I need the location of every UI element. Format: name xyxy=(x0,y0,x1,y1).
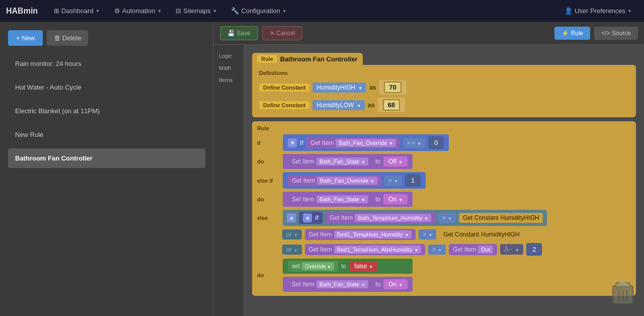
operator-eq-1[interactable]: == xyxy=(403,138,425,148)
editor-toolbar: 💾 Save ✕ Cancel ⚡ Rule </> Source xyxy=(214,22,644,45)
delete-button[interactable]: 🗑 Delete xyxy=(47,30,88,46)
state-off-arrow[interactable] xyxy=(397,158,403,165)
get-item-out[interactable]: Get Item Out xyxy=(449,244,497,255)
do-label-2: do xyxy=(257,196,280,202)
palette-items[interactable]: Items xyxy=(218,75,239,85)
source-button[interactable]: </> Source xyxy=(594,27,638,40)
state-on-1[interactable]: On xyxy=(383,194,408,204)
definitions-block: Definitions Define Constant HumidityHIGH… xyxy=(252,65,636,117)
state-on-else[interactable]: On xyxy=(383,279,408,289)
star-icon-2: ★ xyxy=(287,213,296,222)
or-operator-1[interactable]: or xyxy=(282,229,302,240)
bed1-abs-hum-select[interactable]: Bed1_TempHum_AbsHumidity xyxy=(334,246,422,254)
brand-logo: HABmin xyxy=(6,7,38,16)
sidebar-item-rain-monitor[interactable]: Rain monitor: 24 hours xyxy=(8,54,205,73)
definitions-label: Definitions xyxy=(259,70,629,76)
humidity-high-block[interactable]: HumidityHIGH xyxy=(312,83,366,93)
bath-fan-override-select-1[interactable]: Bath_Fan_Override xyxy=(336,139,396,147)
bed1-temp-hum-select[interactable]: Bed1_TempHum_Humidity xyxy=(334,230,412,239)
top-navigation: HABmin ⊞ Dashboard ▼ ⚙ Automation ▼ ⊟ Si… xyxy=(0,0,644,22)
rule-button[interactable]: ⚡ Rule xyxy=(554,27,590,40)
operator-eq-2[interactable]: = xyxy=(384,176,402,186)
override-var-arrow[interactable] xyxy=(326,263,331,269)
bath-fan-state-select-else[interactable]: Bath_Fan_State xyxy=(316,280,368,288)
bath-fan-state-select-1[interactable]: Bath_Fan_State xyxy=(316,157,368,166)
operator-gt-3[interactable]: > xyxy=(428,245,446,255)
override-var-select[interactable]: Override xyxy=(302,262,334,270)
sidebar-item-new-rule[interactable]: New Rule xyxy=(8,125,205,144)
else-if-condition-block: Get Item Bath_Fan_Override = xyxy=(283,172,426,189)
or-row-2: or Get Item Bed1_TempHum_AbsHumidity xyxy=(257,243,542,256)
get-const-high-2[interactable]: Get Constant HumidityHIGH xyxy=(439,229,523,240)
rule-editor-canvas[interactable]: Rule Bathroom Fan Controller Definitions… xyxy=(244,45,644,316)
nav-configuration[interactable]: 🔧 Configuration ▼ xyxy=(225,4,292,18)
bed1-abs-hum-arrow[interactable] xyxy=(413,247,418,253)
suffix-arrow[interactable] xyxy=(514,246,519,253)
set-item-off[interactable]: Set Item Bath_Fan_State xyxy=(288,156,372,167)
get-item-bath-temp-hum[interactable]: Get Item Bath_TempHum_Humidity xyxy=(326,212,435,223)
humidity-low-dropdown[interactable] xyxy=(356,102,361,109)
trash-drop-zone[interactable] xyxy=(612,280,634,306)
do-label-1: do xyxy=(257,159,280,165)
cancel-button[interactable]: ✕ Cancel xyxy=(262,26,303,40)
dashboard-icon: ⊞ xyxy=(54,7,59,15)
or-1-arrow[interactable] xyxy=(293,231,298,238)
humidity-low-block[interactable]: HumidityLOW xyxy=(312,100,365,110)
bath-fan-state-else-arrow[interactable] xyxy=(360,281,365,287)
bath-fan-state-1-arrow[interactable] xyxy=(360,159,365,165)
bath-fan-state-select-2[interactable]: Bath_Fan_State xyxy=(316,195,368,203)
op-gt-3-arrow[interactable] xyxy=(437,246,442,253)
bed1-temp-hum-arrow[interactable] xyxy=(404,231,409,238)
humidity-high-dropdown[interactable] xyxy=(357,84,362,91)
get-item-bed1-abs-hum[interactable]: Get Item Bed1_TempHum_AbsHumidity xyxy=(305,244,426,255)
nav-dashboard[interactable]: ⊞ Dashboard ▼ xyxy=(48,4,106,18)
compare-val-1[interactable]: 1 xyxy=(405,174,421,187)
define-row-1: Define Constant HumidityHIGH as 70 xyxy=(259,80,629,95)
operator-gt-1[interactable]: > xyxy=(438,213,456,223)
false-value[interactable]: false xyxy=(349,261,378,271)
new-button[interactable]: + New xyxy=(8,30,43,46)
user-preferences[interactable]: 👤 User Preferences ▼ xyxy=(558,4,638,18)
or-2-arrow[interactable] xyxy=(293,246,298,253)
if-row: if ★ if Get Item Bath_Fan_Override xyxy=(257,134,631,151)
value-68[interactable]: 68 xyxy=(383,99,400,111)
set-item-on-else[interactable]: Set Item Bath_Fan_State xyxy=(288,279,372,290)
bath-temp-hum-select[interactable]: Bath_TempHum_Humidity xyxy=(355,214,431,222)
get-item-override-0[interactable]: Get Item Bath_Fan_Override xyxy=(306,137,400,148)
state-on-1-arrow[interactable] xyxy=(397,196,403,203)
compare-val-0[interactable]: 0 xyxy=(428,136,444,149)
out-select[interactable]: Out xyxy=(478,246,493,254)
set-var[interactable]: set Override xyxy=(288,261,338,272)
value-70[interactable]: 70 xyxy=(384,82,401,93)
dashboard-chevron: ▼ xyxy=(96,9,100,14)
op-1-arrow[interactable] xyxy=(416,139,421,146)
bath-temp-hum-arrow[interactable] xyxy=(423,215,428,221)
config-chevron: ▼ xyxy=(282,9,287,14)
get-item-bed1-temp-hum[interactable]: Get Item Bed1_TempHum_Humidity xyxy=(305,229,416,240)
sidebar-item-electric-blanket[interactable]: Electric Blanket (on at 11PM) xyxy=(8,101,205,121)
false-arrow[interactable] xyxy=(368,263,373,270)
suffix-value[interactable]: 2 xyxy=(526,243,542,256)
sidebar-item-hot-water[interactable]: Hot Water - Auto Cycle xyxy=(8,77,205,97)
get-const-high-1[interactable]: Get Constant HumidityHIGH xyxy=(459,213,543,223)
bath-fan-override-1-arrow[interactable] xyxy=(388,140,393,146)
get-item-override-1[interactable]: Get Item Bath_Fan_Override xyxy=(288,175,381,186)
op-gt-2-arrow[interactable] xyxy=(427,231,432,238)
bath-fan-state-2-arrow[interactable] xyxy=(360,196,365,202)
nav-automation[interactable]: ⚙ Automation ▼ xyxy=(108,4,168,18)
op-2-arrow[interactable] xyxy=(393,177,398,184)
define-row-2: Define Constant HumidityLOW as 68 xyxy=(259,98,629,112)
state-on-else-arrow[interactable] xyxy=(397,281,403,288)
palette-math[interactable]: Math xyxy=(218,63,239,73)
op-gt-1-arrow[interactable] xyxy=(447,214,452,221)
state-off[interactable]: Off xyxy=(383,156,408,167)
bath-fan-override-2-arrow[interactable] xyxy=(369,178,374,184)
nav-sitemaps[interactable]: ⊟ Sitemaps ▼ xyxy=(170,4,223,18)
palette-logic[interactable]: Logic xyxy=(218,51,239,61)
bath-fan-override-select-2[interactable]: Bath_Fan_Override xyxy=(317,177,377,185)
sidebar-item-bathroom-fan[interactable]: Bathroom Fan Controller xyxy=(8,148,205,168)
save-button[interactable]: 💾 Save xyxy=(220,26,258,40)
or-operator-2[interactable]: or xyxy=(282,245,302,255)
set-item-on-1[interactable]: Set Item Bath_Fan_State xyxy=(288,194,372,205)
operator-gt-2[interactable]: > xyxy=(419,229,436,240)
